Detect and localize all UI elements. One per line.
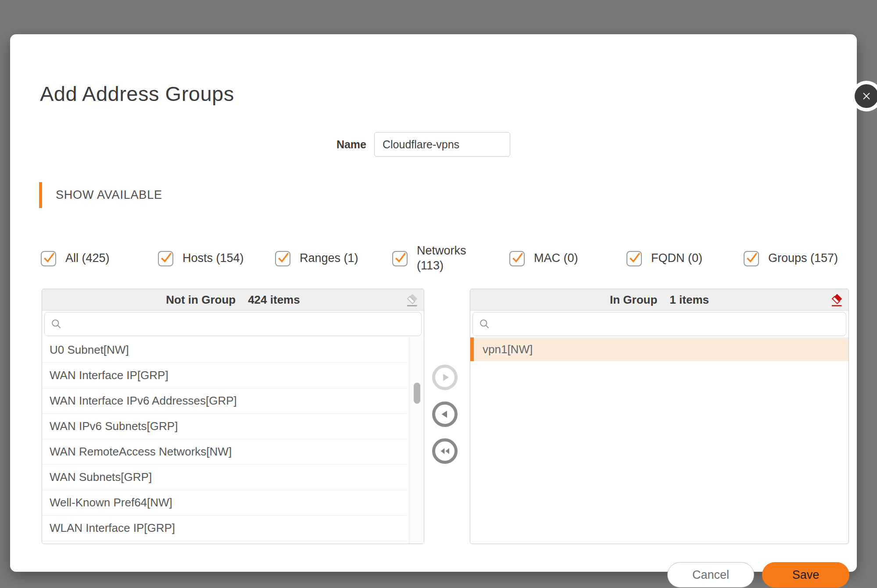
checkbox-ranges[interactable] <box>275 251 290 266</box>
list-item[interactable]: Well-Known Pref64[NW] <box>42 490 407 516</box>
check-icon <box>628 251 642 265</box>
list-item[interactable]: WAN IPv6 Subnets[GRP] <box>42 414 407 439</box>
eraser-icon <box>403 292 419 308</box>
not-in-group-list: U0 Subnet[NW] WAN Interface IP[GRP] WAN … <box>42 337 424 544</box>
close-icon <box>855 84 877 108</box>
clear-group-button[interactable] <box>827 292 844 308</box>
filter-label: MAC (0) <box>534 251 578 266</box>
section-accent-bar <box>39 182 42 208</box>
arrow-left-icon <box>438 408 451 421</box>
checkbox-groups[interactable] <box>744 251 759 266</box>
arrow-double-left-icon <box>438 444 452 458</box>
check-icon <box>159 251 173 265</box>
in-group-search <box>473 312 846 336</box>
section-label: SHOW AVAILABLE <box>56 182 162 208</box>
checkbox-hosts[interactable] <box>158 251 173 266</box>
check-icon <box>42 251 56 265</box>
filter-hosts: Hosts (154) <box>158 251 275 266</box>
page-title: Add Address Groups <box>40 82 234 106</box>
filter-label: Networks (113) <box>417 244 494 273</box>
filter-label: Hosts (154) <box>183 251 244 266</box>
list-item[interactable]: WAN Subnets[GRP] <box>42 465 407 490</box>
filter-networks: Networks (113) <box>392 244 509 273</box>
clear-selection-button[interactable] <box>403 292 419 308</box>
panel-count: 1 items <box>669 293 709 307</box>
in-group-panel: In Group 1 items vpn1[NW] <box>470 289 849 544</box>
search-input[interactable] <box>67 315 421 333</box>
list-item[interactable]: U0 Subnet[NW] <box>42 337 407 363</box>
arrow-right-icon <box>438 371 451 384</box>
checkbox-fqdn[interactable] <box>626 251 642 266</box>
save-button[interactable]: Save <box>762 562 849 588</box>
check-icon <box>511 251 525 265</box>
modal-backdrop: Add Address Groups Name SHOW AVAILABLE A… <box>0 0 877 588</box>
not-in-group-search <box>44 312 422 336</box>
filter-all: All (425) <box>41 251 158 266</box>
check-icon <box>745 251 759 265</box>
list-item[interactable]: WAN RemoteAccess Networks[NW] <box>42 439 407 465</box>
list-item[interactable]: WLAN Interface IP[GRP] <box>42 516 407 541</box>
scrollbar-thumb[interactable] <box>414 383 420 404</box>
filter-label: FQDN (0) <box>651 251 702 266</box>
filter-label: All (425) <box>65 251 110 266</box>
selected-list-item[interactable]: vpn1[NW] <box>470 337 848 361</box>
list-item[interactable]: WAN Interface IP[GRP] <box>42 363 407 388</box>
not-in-group-panel: Not in Group 424 items U0 Su <box>42 289 424 544</box>
close-button[interactable] <box>851 81 877 111</box>
cancel-button[interactable]: Cancel <box>667 562 754 588</box>
name-label: Name <box>324 132 366 157</box>
list-item[interactable]: WAN Interface IPv6 Addresses[GRP] <box>42 388 407 414</box>
panel-count: 424 items <box>248 293 300 307</box>
filter-row: All (425) Hosts (154) Ranges (1) Network… <box>41 234 866 283</box>
filter-fqdn: FQDN (0) <box>626 251 744 266</box>
checkbox-networks[interactable] <box>392 251 408 266</box>
move-right-button[interactable] <box>432 365 458 390</box>
filter-ranges: Ranges (1) <box>275 251 392 266</box>
eraser-red-icon <box>828 292 844 308</box>
filter-label: Groups (157) <box>768 251 838 266</box>
not-in-group-header: Not in Group 424 items <box>42 289 424 311</box>
move-left-button[interactable] <box>432 402 458 427</box>
search-icon <box>50 318 62 330</box>
check-icon <box>276 251 290 265</box>
checkbox-mac[interactable] <box>509 251 525 266</box>
filter-label: Ranges (1) <box>300 251 358 266</box>
filter-groups: Groups (157) <box>744 251 861 266</box>
checkbox-all[interactable] <box>41 251 56 266</box>
in-group-header: In Group 1 items <box>470 289 848 311</box>
panel-title: In Group <box>610 293 657 307</box>
check-icon <box>394 251 408 265</box>
scrollbar-track[interactable] <box>409 337 424 544</box>
move-all-left-button[interactable] <box>432 438 458 464</box>
search-input[interactable] <box>495 315 846 333</box>
search-icon <box>479 318 490 330</box>
name-input[interactable] <box>374 132 510 157</box>
panel-title: Not in Group <box>166 293 236 307</box>
in-group-list: vpn1[NW] <box>470 337 848 544</box>
add-address-groups-dialog: Add Address Groups Name SHOW AVAILABLE A… <box>10 34 857 572</box>
filter-mac: MAC (0) <box>509 251 626 266</box>
